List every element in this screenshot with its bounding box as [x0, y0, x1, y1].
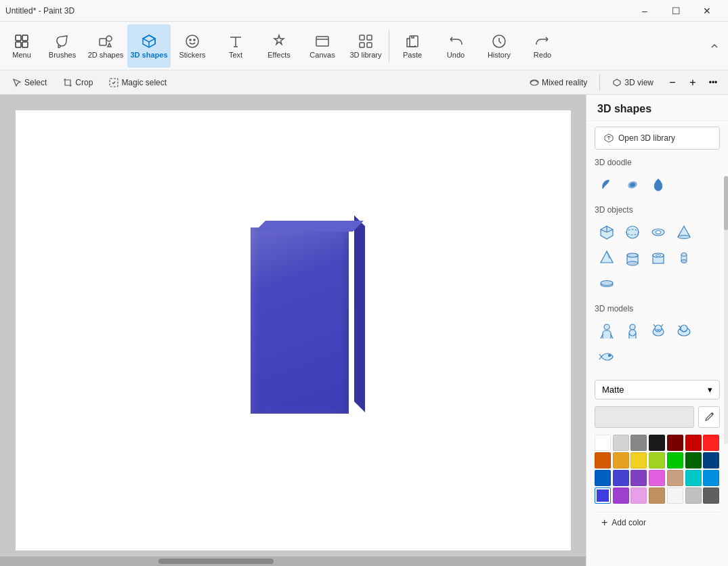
- panel-scrollbar[interactable]: [724, 176, 728, 444]
- canvas-white: [16, 110, 571, 550]
- obj-pyramid[interactable]: [595, 246, 619, 270]
- toolbar-history[interactable]: History: [477, 24, 521, 68]
- color-swatch[interactable]: [649, 487, 665, 504]
- h-scrollbar[interactable]: [0, 557, 586, 566]
- color-swatch[interactable]: [630, 470, 647, 486]
- color-swatch[interactable]: [613, 452, 629, 469]
- canvas-area[interactable]: [0, 95, 586, 566]
- magic-select-button[interactable]: Magic select: [102, 75, 173, 90]
- toolbar-3d-library[interactable]: 3D library: [344, 24, 387, 68]
- color-swatch[interactable]: [685, 487, 702, 504]
- doodle-btn-0[interactable]: [595, 173, 619, 197]
- obj-sphere[interactable]: [620, 220, 645, 244]
- menu-button[interactable]: Menu: [3, 24, 41, 68]
- open-library-label: Open 3D library: [618, 133, 675, 143]
- svg-point-5: [106, 36, 112, 41]
- toolbar-canvas[interactable]: Canvas: [301, 24, 344, 68]
- svg-point-40: [630, 324, 635, 330]
- color-swatch[interactable]: [649, 470, 665, 486]
- color-swatch[interactable]: [667, 470, 683, 486]
- model-dog[interactable]: [672, 319, 696, 343]
- mixed-reality-button[interactable]: Mixed reality: [523, 75, 594, 90]
- doodle-section-label: 3D doodle: [586, 155, 728, 170]
- window-controls: – ☐ ✕: [629, 0, 723, 22]
- obj-torus[interactable]: [646, 220, 670, 244]
- svg-point-46: [712, 413, 714, 415]
- color-swatch[interactable]: [649, 452, 665, 469]
- maximize-button[interactable]: ☐: [660, 0, 691, 22]
- toolbar-paste[interactable]: Paste: [391, 24, 434, 68]
- more-options-button[interactable]: •••: [704, 73, 723, 92]
- color-swatch[interactable]: [667, 435, 683, 451]
- menu-label: Menu: [12, 51, 31, 59]
- panel-scrollbar-thumb[interactable]: [724, 176, 728, 230]
- toolbar-3d-shapes[interactable]: 3D shapes: [127, 24, 171, 68]
- toolbar-stickers[interactable]: Stickers: [171, 24, 214, 68]
- color-swatch[interactable]: [703, 435, 719, 451]
- 3d-view-button[interactable]: 3D view: [605, 75, 660, 90]
- color-swatch[interactable]: [630, 452, 647, 469]
- toolbar-undo[interactable]: Undo: [434, 24, 477, 68]
- model-person-female[interactable]: [620, 319, 645, 343]
- color-swatch[interactable]: [630, 487, 647, 504]
- toolbar-separator: [389, 30, 389, 62]
- toolbar-effects[interactable]: Effects: [257, 24, 301, 68]
- toolbar-2d-shapes[interactable]: 2D shapes: [84, 24, 127, 68]
- crop-button[interactable]: Crop: [56, 75, 100, 90]
- close-button[interactable]: ✕: [691, 0, 723, 22]
- material-dropdown[interactable]: Matte ▾: [595, 380, 720, 399]
- color-swatch[interactable]: [613, 487, 629, 504]
- toolbar-brushes[interactable]: Brushes: [41, 24, 84, 68]
- minimize-button[interactable]: –: [629, 0, 660, 22]
- add-color-button[interactable]: + Add color: [595, 512, 720, 533]
- main-toolbar: Menu Brushes 2D shapes 3D shapes: [0, 22, 728, 70]
- zoom-in-button[interactable]: +: [683, 73, 702, 92]
- obj-cylinder[interactable]: [620, 246, 645, 270]
- doodle-shapes-grid: [586, 170, 728, 202]
- subtoolbar-right: Mixed reality 3D view − + •••: [523, 73, 723, 92]
- color-swatch[interactable]: [595, 435, 611, 451]
- color-swatch[interactable]: [703, 452, 719, 469]
- svg-point-45: [609, 355, 611, 357]
- color-swatch[interactable]: [613, 470, 629, 486]
- color-swatch[interactable]: [595, 470, 611, 486]
- color-swatch[interactable]: [685, 470, 702, 486]
- titlebar: Untitled* - Paint 3D – ☐ ✕: [0, 0, 728, 22]
- svg-rect-2: [16, 42, 21, 47]
- obj-hollow-cylinder[interactable]: [646, 246, 670, 270]
- color-swatch[interactable]: [667, 487, 683, 504]
- collapse-button[interactable]: [704, 35, 725, 57]
- model-cat[interactable]: [646, 319, 670, 343]
- color-swatch[interactable]: [685, 452, 702, 469]
- color-swatch[interactable]: [630, 435, 647, 451]
- subtoolbar-sep: [599, 74, 600, 91]
- zoom-out-button[interactable]: −: [663, 73, 682, 92]
- brushes-label: Brushes: [49, 51, 76, 59]
- 3d-view-label: 3D view: [624, 78, 654, 87]
- h-scrollbar-thumb[interactable]: [158, 559, 274, 564]
- doodle-btn-2[interactable]: [646, 173, 670, 197]
- model-fish[interactable]: [595, 345, 619, 369]
- color-swatch[interactable]: [595, 487, 611, 504]
- doodle-btn-1[interactable]: [620, 173, 645, 197]
- obj-cone[interactable]: [672, 220, 696, 244]
- select-button[interactable]: Select: [5, 75, 53, 90]
- toolbar-text[interactable]: Text: [214, 24, 257, 68]
- crop-label: Crop: [75, 78, 93, 87]
- obj-capsule[interactable]: [672, 246, 696, 270]
- color-swatch[interactable]: [703, 470, 719, 486]
- color-swatch[interactable]: [595, 452, 611, 469]
- color-swatch[interactable]: [649, 435, 665, 451]
- obj-cube[interactable]: [595, 220, 619, 244]
- obj-disc[interactable]: [595, 271, 619, 296]
- toolbar-redo[interactable]: Redo: [521, 24, 564, 68]
- color-swatches: [586, 432, 728, 506]
- eyedropper-button[interactable]: [698, 406, 720, 428]
- svg-rect-3: [22, 42, 28, 47]
- color-swatch[interactable]: [667, 452, 683, 469]
- color-swatch[interactable]: [685, 435, 702, 451]
- open-3d-library-button[interactable]: Open 3D library: [595, 127, 720, 150]
- color-swatch[interactable]: [613, 435, 629, 451]
- color-swatch[interactable]: [703, 487, 719, 504]
- model-person-male[interactable]: [595, 319, 619, 343]
